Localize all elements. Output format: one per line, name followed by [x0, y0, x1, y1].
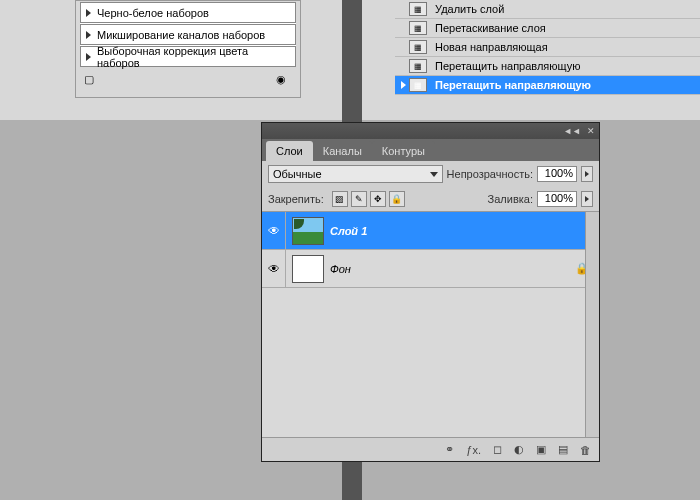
history-step-icon: ▦: [409, 78, 427, 92]
layer-name[interactable]: Слой 1: [330, 225, 367, 237]
history-item[interactable]: ▦Удалить слой: [395, 0, 700, 19]
delete-layer-icon[interactable]: 🗑: [580, 444, 591, 456]
history-step-icon: ▦: [409, 40, 427, 54]
expand-icon: [86, 31, 91, 39]
history-item[interactable]: ▦Перетаскивание слоя: [395, 19, 700, 38]
expand-icon: [86, 53, 91, 61]
history-panel: ▦Удалить слой ▦Перетаскивание слоя ▦Нова…: [395, 0, 700, 100]
view-icon[interactable]: ◉: [276, 73, 292, 87]
fx-icon[interactable]: ƒx.: [466, 444, 481, 456]
opacity-slider-toggle[interactable]: [581, 166, 593, 182]
scrollbar[interactable]: [585, 212, 599, 437]
history-step-icon: ▦: [409, 59, 427, 73]
adjustment-item[interactable]: Микширование каналов наборов: [80, 24, 296, 45]
layer-row[interactable]: 👁 Слой 1: [262, 212, 599, 250]
visibility-toggle[interactable]: 👁: [262, 212, 286, 249]
adjustment-item[interactable]: Черно-белое наборов: [80, 2, 296, 23]
lock-paint-icon[interactable]: ✎: [351, 191, 367, 207]
mask-icon[interactable]: ◻: [493, 443, 502, 456]
adjustment-layer-icon[interactable]: ◐: [514, 443, 524, 456]
adjustment-item[interactable]: Выборочная коррекция цвета наборов: [80, 46, 296, 67]
layer-thumbnail[interactable]: [292, 255, 324, 283]
layer-row[interactable]: 👁 Фон 🔒: [262, 250, 599, 288]
lock-all-icon[interactable]: 🔒: [389, 191, 405, 207]
opacity-input[interactable]: 100%: [537, 166, 577, 182]
history-item[interactable]: ▦Перетащить направляющую: [395, 76, 700, 95]
fill-input[interactable]: 100%: [537, 191, 577, 207]
close-icon[interactable]: ✕: [587, 126, 595, 136]
panel-titlebar[interactable]: ◄◄ ✕: [262, 123, 599, 139]
blend-mode-select[interactable]: Обычные: [268, 165, 443, 183]
history-step-icon: ▦: [409, 2, 427, 16]
opacity-label: Непрозрачность:: [447, 168, 533, 180]
panel-tabs: Слои Каналы Контуры: [262, 139, 599, 161]
tab-paths[interactable]: Контуры: [372, 141, 435, 161]
tab-channels[interactable]: Каналы: [313, 141, 372, 161]
lock-transparent-icon[interactable]: ▨: [332, 191, 348, 207]
history-item[interactable]: ▦Перетащить направляющую: [395, 57, 700, 76]
lock-label: Закрепить:: [268, 193, 324, 205]
current-step-icon: [401, 81, 406, 89]
group-icon[interactable]: ▣: [536, 443, 546, 456]
layers-list: 👁 Слой 1 👁 Фон 🔒: [262, 211, 599, 437]
fill-label: Заливка:: [488, 193, 533, 205]
collapse-icon[interactable]: ◄◄: [563, 126, 581, 136]
expand-icon: [86, 9, 91, 17]
layer-thumbnail[interactable]: [292, 217, 324, 245]
adjustments-panel: Черно-белое наборов Микширование каналов…: [75, 0, 301, 98]
lock-move-icon[interactable]: ✥: [370, 191, 386, 207]
new-layer-icon[interactable]: ▤: [558, 443, 568, 456]
visibility-toggle[interactable]: 👁: [262, 250, 286, 287]
layers-window: ◄◄ ✕ Слои Каналы Контуры Обычные Непрозр…: [261, 122, 600, 462]
fill-slider-toggle[interactable]: [581, 191, 593, 207]
layer-name[interactable]: Фон: [330, 263, 351, 275]
clip-icon[interactable]: ▢: [84, 73, 100, 87]
tab-layers[interactable]: Слои: [266, 141, 313, 161]
history-item[interactable]: ▦Новая направляющая: [395, 38, 700, 57]
chevron-down-icon: [430, 172, 438, 177]
link-layers-icon[interactable]: ⚭: [445, 443, 454, 456]
history-step-icon: ▦: [409, 21, 427, 35]
layers-footer: ⚭ ƒx. ◻ ◐ ▣ ▤ 🗑: [262, 437, 599, 461]
